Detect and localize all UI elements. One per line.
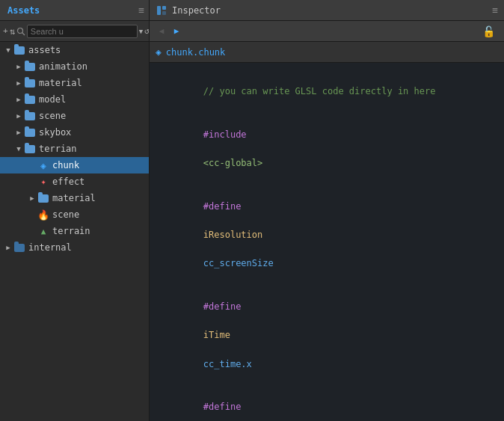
tree-item-material2[interactable]: material	[0, 190, 149, 206]
tree-label-effect: effect	[52, 176, 84, 187]
tree-label-model: model	[39, 94, 66, 105]
tree-label-animation: animation	[39, 61, 87, 72]
tree-label-material2: material	[52, 193, 96, 203]
code-editor[interactable]: // you can write GLSL code directly in h…	[150, 63, 504, 421]
folder-icon-animation	[24, 61, 36, 73]
inspector-tab-menu[interactable]: ≡	[486, 4, 504, 16]
svg-rect-1	[162, 6, 166, 10]
tree-label-scene2: scene	[52, 209, 79, 220]
code-def1-kw: #define	[203, 201, 242, 212]
fire-icon: 🔥	[37, 209, 49, 221]
tree-item-effect[interactable]: ✦ effect	[0, 173, 149, 190]
sort-button[interactable]: ⇅	[10, 24, 15, 39]
tree-label-material: material	[39, 78, 82, 88]
tree-item-internal[interactable]: internal	[0, 239, 149, 256]
folder-icon-scene	[24, 110, 36, 122]
assets-tab[interactable]: Assets	[0, 0, 47, 21]
arrow-skybox	[13, 127, 24, 138]
inspector-tab-icon	[154, 3, 169, 18]
search-input[interactable]	[27, 25, 138, 38]
svg-point-3	[17, 28, 22, 33]
refresh-button[interactable]: ↺	[144, 24, 150, 39]
icon-search-small	[16, 25, 25, 37]
folder-icon-assets	[13, 44, 25, 56]
folder-icon-material2	[37, 192, 49, 204]
chunk-icon: ◈	[37, 159, 49, 171]
tree-item-assets[interactable]: assets	[0, 42, 149, 58]
code-include-file: <cc-global>	[203, 158, 262, 168]
asset-tree: assets animation material	[0, 42, 149, 421]
filter-button[interactable]: ▼	[139, 24, 143, 39]
arrow-internal	[3, 242, 13, 253]
arrow-scene	[13, 111, 24, 121]
tree-label-skybox: skybox	[39, 127, 71, 138]
code-def2-name: iTime	[203, 330, 230, 340]
folder-icon-terrian	[24, 143, 36, 155]
file-type-icon: ◈	[156, 46, 162, 58]
tree-item-material[interactable]: material	[0, 75, 149, 91]
code-def1-val: cc_screenSize	[203, 258, 274, 268]
code-def2-val: cc_time.x	[203, 359, 252, 369]
arrow-material2	[27, 193, 37, 203]
tree-item-animation[interactable]: animation	[0, 58, 149, 75]
tree-label-terrian: terrian	[39, 144, 77, 154]
tree-item-skybox[interactable]: skybox	[0, 124, 149, 141]
folder-icon-internal	[13, 242, 25, 253]
tree-item-terrain[interactable]: ▲ terrain	[0, 223, 149, 239]
inspector-forward-button[interactable]: ▶	[169, 24, 184, 39]
add-button[interactable]: +	[3, 24, 8, 39]
lock-icon[interactable]: 🔓	[478, 25, 500, 37]
tree-label-internal: internal	[28, 242, 72, 253]
inspector-back-button[interactable]: ◀	[154, 24, 169, 39]
tree-item-chunk[interactable]: ◈ chunk	[0, 157, 149, 173]
tree-label-assets: assets	[28, 45, 61, 55]
file-name: chunk.chunk	[166, 47, 225, 58]
tree-item-terrian[interactable]: terrian	[0, 141, 149, 157]
folder-icon-skybox	[24, 126, 36, 138]
code-comment1: // you can write GLSL code directly in h…	[203, 86, 436, 96]
svg-rect-2	[162, 11, 166, 15]
assets-tab-menu[interactable]: ≡	[134, 4, 149, 16]
arrow-assets	[3, 45, 13, 55]
code-def3-kw: #define	[203, 402, 242, 412]
svg-line-4	[22, 32, 25, 35]
code-def1-name: iResolution	[203, 230, 262, 240]
arrow-model	[13, 94, 24, 105]
inspector-tab-label: Inspector	[169, 5, 221, 16]
svg-rect-0	[157, 6, 161, 15]
arrow-terrian	[13, 144, 24, 154]
terrain-icon: ▲	[37, 225, 49, 237]
effect-icon: ✦	[37, 176, 49, 188]
code-def2-kw: #define	[203, 301, 242, 312]
tree-item-scene[interactable]: scene	[0, 108, 149, 124]
code-include-kw: #include	[203, 129, 247, 140]
tree-item-model[interactable]: model	[0, 91, 149, 108]
tree-label-chunk: chunk	[52, 160, 79, 170]
arrow-material	[13, 78, 24, 88]
tree-item-scene2[interactable]: 🔥 scene	[0, 206, 149, 223]
tree-label-scene: scene	[39, 111, 66, 121]
file-bar: ◈ chunk.chunk	[150, 42, 504, 63]
assets-tab-label: Assets	[7, 5, 40, 16]
folder-icon-model	[24, 93, 36, 105]
arrow-animation	[13, 61, 24, 72]
tree-label-terrain: terrain	[52, 226, 90, 236]
folder-icon-material	[24, 77, 36, 89]
